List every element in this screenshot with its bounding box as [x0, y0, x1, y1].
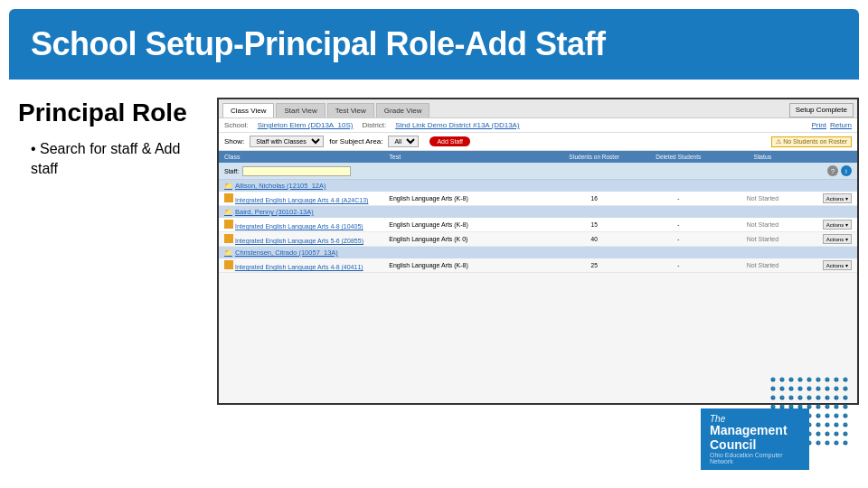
- principal-role-title: Principal Role: [18, 98, 199, 128]
- svg-point-19: [780, 396, 785, 400]
- svg-point-25: [835, 396, 839, 400]
- col-header-students: Students on Roster: [554, 154, 635, 160]
- return-link[interactable]: Return: [830, 121, 852, 129]
- main-content: Principal Role Search for staff & Add st…: [0, 80, 868, 414]
- bullet-search-add: Search for staff & Add staff: [31, 139, 199, 180]
- row-test: English Language Arts (K 0): [389, 236, 550, 242]
- tab-test-view[interactable]: Test View: [327, 103, 374, 117]
- class-link[interactable]: Integrated English Language Arts 4-8 (A2…: [235, 197, 369, 203]
- tab-grade-view[interactable]: Grade View: [376, 103, 430, 117]
- svg-point-68: [816, 441, 821, 446]
- folder-icon-2: 📁: [224, 208, 232, 216]
- school-info-bar: School: Singleton Elem (DD13A_10S) Distr…: [219, 118, 857, 133]
- table-header-row: Class Test Students on Roster Deleted St…: [219, 151, 857, 163]
- svg-point-15: [826, 387, 830, 391]
- svg-point-53: [844, 423, 848, 427]
- section-baird: 📁 Baird, Penny (30102-13A): [219, 206, 857, 218]
- svg-point-51: [826, 423, 830, 427]
- svg-point-2: [789, 378, 794, 382]
- svg-point-14: [816, 387, 821, 391]
- svg-point-3: [798, 378, 803, 382]
- for-subject-label: for Subject Area:: [329, 137, 382, 145]
- logo-sub-label: Ohio Education Computer Network: [710, 452, 800, 465]
- row-status: Not Started: [722, 195, 803, 202]
- section-allison-name[interactable]: Allison, Nicholas (12105_12A): [235, 182, 326, 190]
- svg-point-10: [780, 387, 785, 391]
- folder-icon-3: 📁: [224, 249, 232, 257]
- row-actions: Actions ▾: [807, 234, 852, 244]
- svg-point-32: [816, 405, 821, 409]
- col-header-class: Class: [224, 154, 385, 160]
- logo-text-box: The Management Council Ohio Education Co…: [701, 408, 809, 470]
- print-link[interactable]: Print: [812, 121, 826, 129]
- help-icon[interactable]: ?: [827, 165, 838, 176]
- svg-point-22: [807, 396, 812, 400]
- table-row: Integrated English Language Arts 4-8 (40…: [219, 258, 857, 273]
- svg-point-20: [789, 396, 794, 400]
- row-class: Integrated English Language Arts 5-6 (Z0…: [224, 234, 385, 244]
- svg-point-0: [771, 378, 776, 382]
- class-link[interactable]: Integrated English Language Arts 4-8 (40…: [235, 264, 363, 270]
- svg-point-6: [826, 378, 830, 382]
- left-panel: Principal Role Search for staff & Add st…: [18, 98, 199, 405]
- svg-point-71: [844, 441, 848, 446]
- row-class: Integrated English Language Arts 4-8 (10…: [224, 220, 385, 230]
- row-deleted: -: [638, 195, 719, 202]
- svg-point-16: [835, 387, 839, 391]
- svg-point-26: [844, 396, 848, 400]
- row-class: Integrated English Language Arts 4-8 (40…: [224, 260, 385, 270]
- svg-point-8: [844, 378, 848, 382]
- show-select[interactable]: Staff with Classes: [250, 136, 324, 147]
- tab-start-view[interactable]: Start View: [276, 103, 325, 117]
- svg-point-11: [789, 387, 794, 391]
- svg-point-5: [816, 378, 821, 382]
- class-link[interactable]: Integrated English Language Arts 5-6 (Z0…: [235, 238, 363, 244]
- section-baird-name[interactable]: Baird, Penny (30102-13A): [235, 208, 314, 216]
- row-status: Not Started: [722, 262, 803, 268]
- svg-point-17: [844, 387, 848, 391]
- actions-button[interactable]: Actions ▾: [823, 234, 852, 244]
- school-name[interactable]: Singleton Elem (DD13A_10S): [258, 121, 354, 129]
- add-staff-button[interactable]: Add Staff: [429, 136, 470, 146]
- staff-search-row: Staff: ? i: [219, 163, 857, 180]
- help-icons: ? i: [827, 165, 852, 176]
- svg-point-50: [816, 423, 821, 427]
- row-deleted: -: [638, 262, 719, 268]
- tab-class-view[interactable]: Class View: [222, 103, 274, 117]
- svg-point-7: [835, 378, 839, 382]
- row-students: 16: [554, 195, 635, 202]
- class-link[interactable]: Integrated English Language Arts 4-8 (10…: [235, 223, 363, 230]
- info-icon[interactable]: i: [841, 165, 852, 176]
- print-return-links: Print Return: [812, 121, 852, 129]
- row-test: English Language Arts (K-8): [389, 221, 550, 228]
- row-class: Integrated English Language Arts 4-8 (A2…: [224, 193, 385, 203]
- staff-label: Staff:: [224, 168, 239, 174]
- svg-point-43: [835, 414, 839, 418]
- svg-point-33: [826, 405, 830, 409]
- subject-select[interactable]: All: [388, 136, 419, 147]
- staff-search-input[interactable]: [242, 166, 351, 176]
- svg-point-1: [780, 378, 785, 382]
- warning-icon: ⚠: [776, 138, 781, 145]
- setup-complete-button[interactable]: Setup Complete: [789, 103, 854, 117]
- svg-point-52: [835, 423, 839, 427]
- actions-button[interactable]: Actions ▾: [823, 220, 852, 230]
- svg-point-4: [807, 378, 812, 382]
- page-title: School Setup-Principal Role-Add Staff: [31, 25, 606, 62]
- svg-point-23: [816, 396, 821, 400]
- district-name[interactable]: Stnd Link Demo District #13A (DD13A): [395, 121, 519, 129]
- actions-button[interactable]: Actions ▾: [823, 193, 852, 203]
- filter-row: Show: Staff with Classes for Subject Are…: [219, 133, 857, 151]
- row-test: English Language Arts (K-8): [389, 262, 550, 268]
- row-actions: Actions ▾: [807, 193, 852, 203]
- actions-button[interactable]: Actions ▾: [823, 260, 852, 270]
- subject-icon: [224, 220, 233, 229]
- svg-point-69: [826, 441, 830, 446]
- row-status: Not Started: [722, 221, 803, 228]
- warning-badge: ⚠ No Students on Roster: [771, 136, 852, 147]
- row-deleted: -: [638, 221, 719, 228]
- row-actions: Actions ▾: [807, 260, 852, 270]
- svg-point-60: [826, 432, 830, 436]
- section-christensen-name[interactable]: Christensen, Citrado (10057_13A): [235, 249, 338, 257]
- section-allison: 📁 Allison, Nicholas (12105_12A): [219, 180, 857, 192]
